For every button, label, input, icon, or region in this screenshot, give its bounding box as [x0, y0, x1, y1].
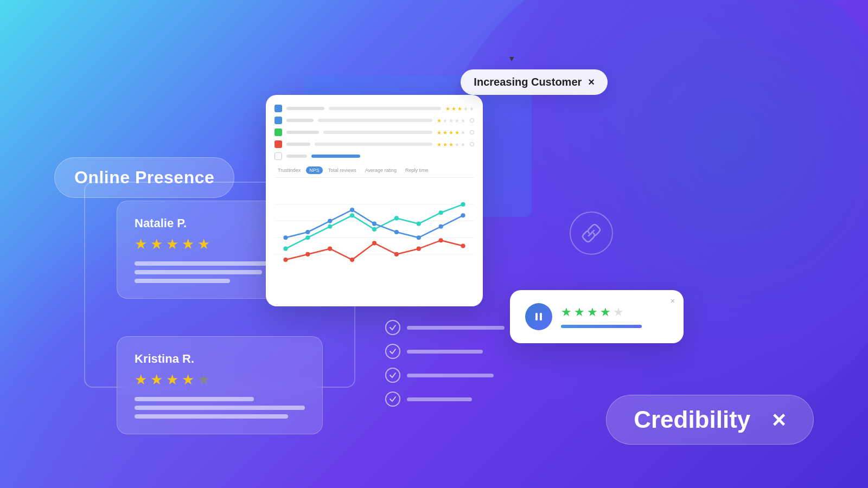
review-line-3	[135, 414, 288, 419]
tab-nps[interactable]: NPS	[306, 166, 323, 174]
svg-point-7	[350, 213, 354, 217]
star-1: ★	[135, 236, 147, 253]
row-label	[286, 131, 319, 134]
star-5: ★	[197, 236, 210, 253]
row-dot	[470, 130, 474, 134]
svg-point-28	[417, 247, 421, 251]
check-circle	[385, 391, 400, 407]
checklist	[385, 320, 505, 407]
table-row	[275, 152, 474, 160]
check-icon	[389, 348, 397, 355]
row-checkbox-empty	[275, 152, 282, 160]
svg-point-16	[350, 208, 354, 212]
rating-progress-bar	[561, 325, 642, 328]
progress-bar	[311, 155, 360, 158]
table-rows: ★ ★ ★ ★ ★ ★ ★ ★ ★ ★	[275, 105, 474, 160]
check-icon	[389, 324, 397, 331]
svg-point-20	[439, 224, 443, 229]
rating-stars: ★ ★ ★ ★ ★	[561, 305, 668, 319]
checklist-line	[407, 397, 472, 401]
rating-star-1: ★	[561, 305, 572, 319]
tab-reply-time[interactable]: Reply time	[402, 166, 432, 174]
increasing-customer-label: Increasing Customer	[474, 76, 582, 88]
svg-point-23	[305, 252, 310, 256]
row-bar	[329, 107, 441, 110]
svg-point-18	[394, 230, 399, 234]
svg-point-19	[417, 235, 421, 240]
svg-point-27	[394, 252, 399, 256]
credibility-close[interactable]: ×	[772, 406, 786, 433]
star-1: ★	[135, 371, 147, 388]
rating-content: ★ ★ ★ ★ ★	[561, 305, 668, 328]
checklist-item	[385, 320, 505, 335]
checklist-line	[407, 374, 494, 377]
svg-point-11	[439, 210, 443, 215]
increasing-customer-badge: Increasing Customer ×	[461, 69, 608, 95]
svg-point-17	[372, 222, 376, 226]
svg-point-8	[372, 227, 376, 232]
svg-point-13	[283, 235, 288, 240]
table-row: ★ ★ ★ ★ ★	[275, 129, 474, 136]
rating-star-5-empty: ★	[613, 305, 624, 319]
svg-point-14	[305, 230, 310, 234]
svg-rect-33	[540, 313, 542, 320]
row-checkbox-red	[275, 140, 282, 148]
svg-point-24	[328, 247, 332, 251]
svg-point-4	[283, 247, 288, 251]
svg-point-29	[439, 238, 443, 242]
star-3: ★	[166, 371, 178, 388]
review-name-kristina: Kristina R.	[135, 352, 305, 366]
svg-point-12	[461, 202, 465, 207]
svg-point-26	[372, 241, 376, 245]
review-card-kristina: Kristina R. ★ ★ ★ ★ ★	[117, 336, 323, 434]
row-bar	[323, 131, 432, 134]
online-presence-label: Online Presence	[74, 168, 214, 187]
checklist-line	[407, 326, 505, 330]
check-circle	[385, 320, 400, 335]
rating-star-2: ★	[574, 305, 585, 319]
credibility-label: Credibility	[634, 406, 750, 433]
checklist-line	[407, 350, 483, 354]
review-line-3	[135, 279, 230, 283]
star-2: ★	[150, 236, 163, 253]
dropdown-arrow: ▼	[508, 54, 515, 63]
link-icon	[580, 222, 602, 244]
svg-point-22	[283, 258, 288, 262]
pause-symbol	[533, 311, 544, 322]
checklist-item	[385, 368, 505, 383]
row-dot	[470, 118, 474, 123]
rating-card-close[interactable]: ×	[671, 297, 675, 305]
pause-icon	[525, 303, 552, 330]
review-line-1	[135, 397, 254, 401]
row-checkbox-blue	[275, 105, 282, 112]
row-checkbox-blue	[275, 117, 282, 124]
row-checkbox-green	[275, 129, 282, 136]
online-presence-badge: Online Presence	[54, 157, 234, 198]
row-label	[286, 155, 307, 158]
table-row: ★ ★ ★ ★ ★	[275, 105, 474, 112]
tab-total-reviews[interactable]: Total reviews	[325, 166, 360, 174]
table-row: ★ ★ ★ ★ ★	[275, 140, 474, 148]
credibility-badge: Credibility ×	[606, 395, 814, 445]
row-bar	[315, 143, 432, 146]
row-label	[286, 143, 310, 146]
tab-trustindex[interactable]: TrustIndex	[275, 166, 304, 174]
svg-point-6	[328, 224, 332, 229]
check-icon	[389, 371, 397, 379]
star-4: ★	[182, 236, 194, 253]
increasing-customer-close[interactable]: ×	[588, 76, 595, 88]
tab-average-rating[interactable]: Average rating	[362, 166, 400, 174]
svg-point-30	[461, 243, 465, 248]
star-3: ★	[166, 236, 178, 253]
star-2: ★	[150, 371, 163, 388]
svg-point-15	[328, 219, 332, 223]
svg-rect-32	[535, 313, 538, 320]
row-label	[286, 119, 314, 122]
star-5-empty: ★	[197, 371, 210, 388]
review-line-2	[135, 406, 305, 410]
rating-star-4: ★	[600, 305, 611, 319]
row-stars: ★ ★ ★ ★ ★	[437, 118, 465, 124]
svg-point-9	[394, 216, 399, 220]
row-stars: ★ ★ ★ ★ ★	[437, 142, 465, 147]
star-4: ★	[182, 371, 194, 388]
